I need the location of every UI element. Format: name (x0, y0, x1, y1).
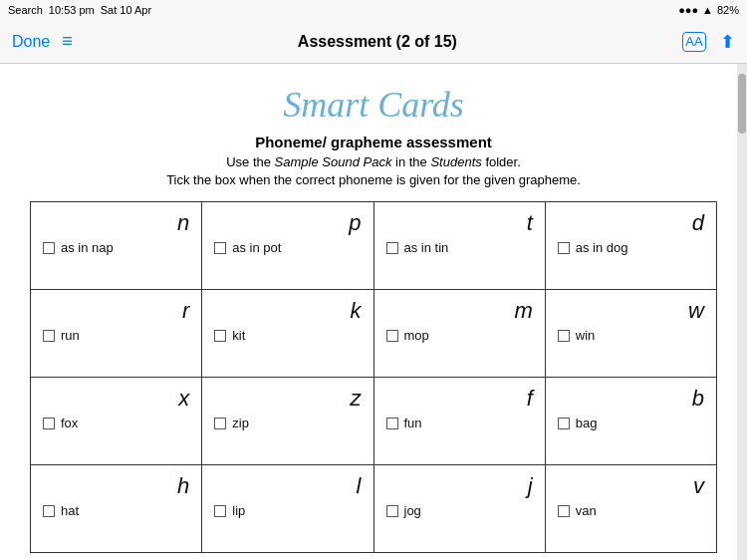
cell-example: hat (43, 503, 189, 518)
wifi-icon: ▲ (702, 4, 713, 16)
signal-icon: ●●● (678, 4, 698, 16)
cell-example: zip (214, 416, 361, 430)
cell-example-text: as in nap (61, 240, 114, 255)
phoneme-cell: das in dog (545, 202, 716, 290)
cell-letter: z (214, 386, 361, 412)
cell-checkbox[interactable] (386, 505, 398, 517)
time: 10:53 pm (49, 4, 95, 16)
cell-example: mop (386, 328, 533, 343)
scroll-indicator (737, 64, 747, 560)
phoneme-cell: jjog (374, 465, 545, 553)
phoneme-table: nas in nappas in pottas in tindas in dog… (30, 201, 717, 553)
cell-letter: f (386, 386, 533, 412)
phoneme-cell: hhat (31, 465, 202, 553)
cell-example: fun (386, 416, 533, 430)
table-row: xfoxzzipffunbbag (31, 378, 717, 465)
cell-letter: k (214, 298, 361, 324)
cell-example-text: jog (404, 503, 421, 518)
cell-checkbox[interactable] (43, 505, 55, 517)
table-body: nas in nappas in pottas in tindas in dog… (31, 202, 717, 553)
done-button[interactable]: Done (12, 33, 50, 51)
phoneme-cell: llip (202, 465, 374, 553)
doc-instruction: Tick the box when the correct phoneme is… (30, 172, 717, 187)
cell-checkbox[interactable] (43, 418, 55, 429)
logo-text: Smart Cards (30, 84, 717, 126)
cell-checkbox[interactable] (214, 505, 226, 517)
nav-bar: Done ≡ Assessment (2 of 15) AA ⬆ (0, 20, 747, 64)
battery-level: 82% (717, 4, 739, 16)
table-row: hhatllipjjogvvan (31, 465, 717, 553)
cell-example: win (558, 328, 704, 343)
table-row: nas in nappas in pottas in tindas in dog (31, 202, 717, 290)
cell-letter: v (558, 473, 704, 499)
nav-left: Done ≡ (12, 31, 73, 52)
cell-example: jog (386, 503, 533, 518)
cell-checkbox[interactable] (214, 242, 226, 254)
cell-letter: l (214, 473, 361, 499)
phoneme-cell: zzip (202, 378, 374, 465)
cell-checkbox[interactable] (214, 418, 226, 429)
phoneme-cell: kkit (202, 290, 374, 378)
phoneme-cell: ffun (374, 378, 545, 465)
cell-checkbox[interactable] (43, 242, 55, 254)
cell-example: bag (558, 416, 704, 430)
share-button[interactable]: ⬆ (720, 31, 735, 53)
cell-checkbox[interactable] (43, 330, 55, 342)
cell-example: as in pot (214, 240, 361, 255)
cell-letter: x (43, 386, 189, 412)
status-right: ●●● ▲ 82% (678, 4, 739, 16)
nav-title: Assessment (2 of 15) (298, 33, 457, 51)
cell-example-text: mop (404, 328, 429, 343)
date: Sat 10 Apr (101, 4, 151, 16)
cell-example: fox (43, 416, 189, 430)
cell-checkbox[interactable] (558, 505, 570, 517)
cell-example-text: zip (232, 416, 249, 430)
cell-letter: n (43, 210, 189, 236)
cell-example-text: run (61, 328, 80, 343)
cell-checkbox[interactable] (558, 418, 570, 429)
cell-example: as in dog (558, 240, 704, 255)
phoneme-cell: wwin (545, 290, 716, 378)
phoneme-cell: xfox (31, 378, 202, 465)
cell-example-text: lip (232, 503, 245, 518)
cell-example-text: fox (61, 416, 78, 430)
cell-example-text: kit (232, 328, 245, 343)
cell-example-text: as in dog (576, 240, 628, 255)
cell-checkbox[interactable] (386, 330, 398, 342)
table-row: rrunkkitmmopwwin (31, 290, 717, 378)
cell-checkbox[interactable] (386, 242, 398, 254)
cell-checkbox[interactable] (558, 242, 570, 254)
cell-letter: h (43, 473, 189, 499)
doc-title: Phoneme/ grapheme assessment (30, 134, 717, 150)
cell-letter: p (214, 210, 361, 236)
cell-example: run (43, 328, 189, 343)
cell-example-text: fun (404, 416, 422, 430)
phoneme-cell: vvan (545, 465, 716, 553)
cell-example: van (558, 503, 704, 518)
cell-letter: t (386, 210, 533, 236)
cell-checkbox[interactable] (214, 330, 226, 342)
cell-checkbox[interactable] (558, 330, 570, 342)
search-label: Search (8, 4, 43, 16)
phoneme-cell: mmop (374, 290, 545, 378)
cell-example-text: as in tin (404, 240, 449, 255)
phoneme-cell: bbag (545, 378, 716, 465)
cell-example-text: hat (61, 503, 79, 518)
cell-example-text: bag (576, 416, 598, 430)
cell-letter: w (558, 298, 704, 324)
cell-checkbox[interactable] (386, 418, 398, 429)
cell-example: kit (214, 328, 361, 343)
phoneme-cell: nas in nap (31, 202, 202, 290)
scroll-thumb (738, 74, 746, 134)
cell-example: as in nap (43, 240, 189, 255)
phoneme-cell: pas in pot (202, 202, 374, 290)
cell-example-text: as in pot (232, 240, 281, 255)
aa-button[interactable]: AA (682, 32, 706, 52)
phoneme-cell: rrun (31, 290, 202, 378)
cell-example-text: win (576, 328, 596, 343)
main-content: Smart Cards Phoneme/ grapheme assessment… (0, 64, 747, 560)
phoneme-cell: tas in tin (374, 202, 545, 290)
list-icon[interactable]: ≡ (62, 31, 73, 52)
status-left: Search 10:53 pm Sat 10 Apr (8, 4, 151, 16)
cell-letter: r (43, 298, 189, 324)
